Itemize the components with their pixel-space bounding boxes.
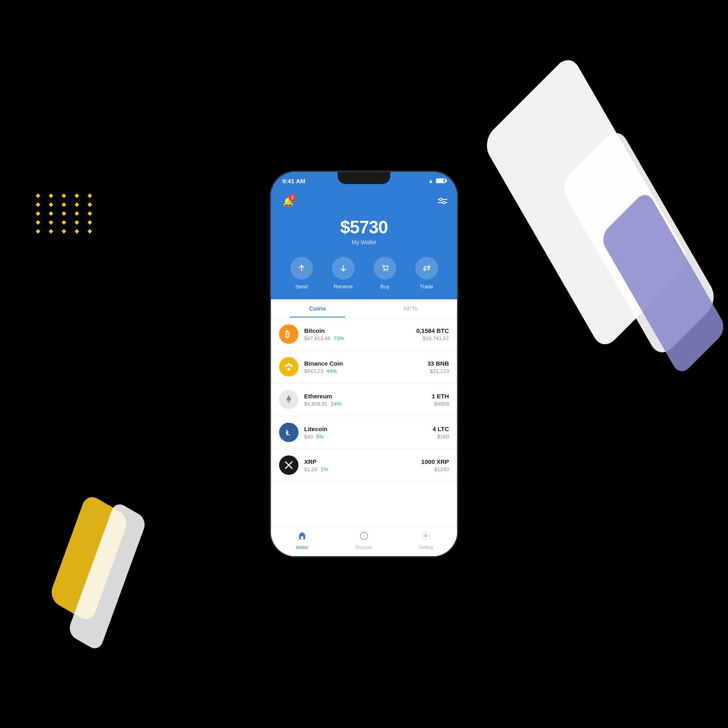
btc-amount: 0,1584 BTC: [416, 327, 449, 334]
bottom-nav: Wallet Discover: [271, 527, 457, 556]
setting-nav-label: Setting: [419, 545, 433, 550]
wallet-nav-icon: [297, 531, 307, 543]
eth-price: $4,809,91: [304, 401, 328, 407]
ltc-logo: Ł: [279, 423, 298, 442]
eth-amount: 1 ETH: [432, 393, 449, 400]
coin-item-xrp[interactable]: XRP $1,24 1% 1000 XRP $1240: [271, 449, 457, 482]
setting-nav-icon: [421, 531, 431, 543]
bnb-price-row: $643,23 44%: [304, 368, 422, 374]
btc-info: Bitcoin $67,813,48 73%: [304, 327, 411, 341]
coin-item-btc[interactable]: ₿ Bitcoin $67,813,48 73% 0,1584 BTC $10,…: [271, 318, 457, 351]
status-time: 9:41 AM: [282, 178, 305, 184]
trade-icon: [415, 257, 438, 279]
xrp-amount: 1000 XRP: [421, 458, 449, 465]
xrp-name: XRP: [304, 458, 416, 465]
svg-point-24: [363, 535, 364, 537]
tab-coins[interactable]: Coins: [271, 299, 364, 317]
bnb-info: Binance Coin $643,23 44%: [304, 360, 422, 374]
nav-setting[interactable]: Setting: [395, 531, 457, 550]
action-buttons: Send Receive: [281, 257, 447, 290]
ltc-holdings: 4 LTC $160: [432, 425, 449, 440]
header-top: 🔔 2: [281, 190, 447, 217]
ltc-name: Litecoin: [304, 425, 427, 432]
svg-point-1: [443, 201, 445, 204]
btc-holdings: 0,1584 BTC $10,741,57: [416, 327, 449, 341]
svg-point-0: [440, 198, 442, 201]
svg-point-29: [425, 535, 427, 537]
ltc-change: 5%: [316, 434, 324, 440]
svg-rect-22: [301, 536, 303, 539]
decorative-dots: [36, 194, 95, 233]
btc-name: Bitcoin: [304, 327, 411, 334]
eth-info: Ethereum $4,809,91 14%: [304, 393, 426, 407]
btc-price: $67,813,48: [304, 335, 330, 341]
notification-badge: 2: [289, 194, 296, 201]
bnb-amount: 33 BNB: [427, 360, 449, 367]
receive-button[interactable]: Receive: [332, 257, 355, 290]
bnb-price: $643,23: [304, 368, 323, 374]
status-icons: ▲: [428, 178, 446, 184]
xrp-change: 1%: [321, 466, 328, 472]
nav-discover[interactable]: Discover: [333, 531, 395, 550]
ltc-price: $40: [304, 434, 313, 440]
receive-icon: [332, 257, 355, 279]
balance-label: My Wallet: [281, 239, 447, 245]
ltc-amount: 4 LTC: [432, 425, 449, 432]
ltc-info: Litecoin $40 5%: [304, 425, 427, 440]
bnb-value: $21,219: [427, 368, 449, 374]
send-button[interactable]: Send: [290, 257, 313, 290]
xrp-logo: [279, 455, 298, 475]
bnb-holdings: 33 BNB $21,219: [427, 360, 449, 374]
phone-device: 9:41 AM ▲ 🔔 2: [271, 172, 457, 556]
xrp-holdings: 1000 XRP $1240: [421, 458, 449, 472]
coin-item-eth[interactable]: Ethereum $4,809,91 14% 1 ETH $4809: [271, 383, 457, 416]
trade-label: Trade: [420, 284, 433, 290]
svg-text:₿: ₿: [285, 329, 290, 339]
eth-change: 14%: [331, 401, 341, 407]
trade-button[interactable]: Trade: [415, 257, 438, 290]
wallet-balance: $5730 My Wallet: [281, 217, 447, 245]
bnb-name: Binance Coin: [304, 360, 422, 367]
wifi-icon: ▲: [428, 178, 434, 184]
eth-logo: [279, 390, 298, 409]
filter-button[interactable]: [438, 197, 447, 207]
nav-wallet[interactable]: Wallet: [271, 531, 333, 550]
svg-point-8: [383, 270, 385, 271]
eth-value: $4809: [432, 401, 449, 407]
bnb-change: 44%: [326, 368, 337, 374]
screen: 🔔 2 $5730 My Wallet: [271, 190, 457, 556]
xrp-price-row: $1,24 1%: [304, 466, 416, 472]
xrp-price: $1,24: [304, 466, 317, 472]
discover-nav-label: Discover: [356, 545, 373, 550]
xrp-info: XRP $1,24 1%: [304, 458, 416, 472]
tabs: Coins NFTs: [271, 299, 457, 318]
notification-button[interactable]: 🔔 2: [281, 195, 295, 209]
eth-name: Ethereum: [304, 393, 426, 400]
eth-holdings: 1 ETH $4809: [432, 393, 449, 407]
buy-icon: [374, 257, 396, 279]
xrp-value: $1240: [421, 466, 449, 472]
discover-nav-icon: [359, 531, 369, 543]
buy-button[interactable]: Buy: [374, 257, 396, 290]
btc-change: 73%: [334, 335, 344, 341]
coin-item-ltc[interactable]: Ł Litecoin $40 5% 4 LTC $160: [271, 416, 457, 449]
ltc-value: $160: [432, 434, 449, 440]
svg-text:Ł: Ł: [286, 429, 290, 437]
ltc-price-row: $40 5%: [304, 434, 427, 440]
wallet-nav-label: Wallet: [296, 545, 308, 550]
coin-list: ₿ Bitcoin $67,813,48 73% 0,1584 BTC $10,…: [271, 318, 457, 527]
receive-label: Receive: [334, 284, 353, 290]
svg-point-9: [386, 270, 387, 271]
btc-price-row: $67,813,48 73%: [304, 335, 411, 341]
btc-logo: ₿: [279, 324, 298, 344]
btc-value: $10,741,57: [416, 335, 449, 341]
bnb-logo: [279, 357, 298, 377]
coin-item-bnb[interactable]: Binance Coin $643,23 44% 33 BNB $21,219: [271, 351, 457, 383]
svg-marker-14: [287, 368, 290, 371]
eth-price-row: $4,809,91 14%: [304, 401, 426, 407]
buy-label: Buy: [380, 284, 389, 290]
send-icon: [290, 257, 313, 279]
tab-nfts[interactable]: NFTs: [364, 299, 457, 317]
battery-icon: [436, 178, 446, 183]
phone-notch: [338, 172, 390, 184]
